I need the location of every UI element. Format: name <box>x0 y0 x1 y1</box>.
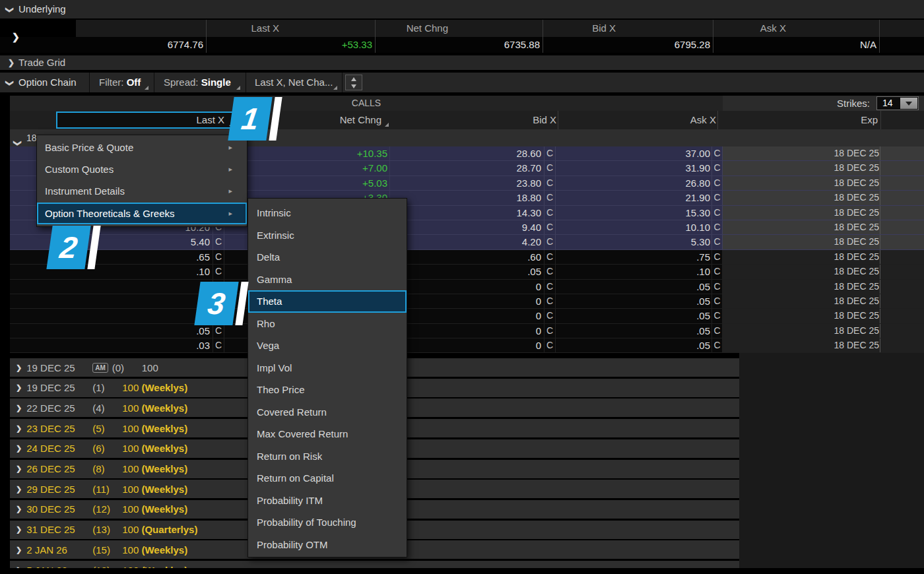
chevron-down-icon[interactable]: ❯ <box>9 140 26 146</box>
ask-exchange-cell[interactable]: C <box>711 220 723 234</box>
exp-cell[interactable]: 18 DEC 25 <box>723 324 924 338</box>
option-chain-row[interactable]: .65C.60C.75C18 DEC 25 <box>10 250 924 265</box>
ask-exchange-cell[interactable]: C <box>711 338 723 352</box>
exp-cell[interactable]: 18 DEC 25 <box>723 161 924 175</box>
last-exchange-cell[interactable]: C <box>213 250 224 264</box>
row-leader-cell[interactable] <box>10 309 36 323</box>
submenu-item-extrinsic[interactable]: Extrinsic <box>248 224 407 247</box>
ask-x-cell[interactable]: 21.90 <box>556 191 711 205</box>
chevron-down-icon[interactable]: ❯ <box>5 80 15 86</box>
ask-x-cell[interactable]: .05 <box>556 294 711 308</box>
strikes-dropdown[interactable]: 14 <box>876 96 919 110</box>
bid-x-cell[interactable]: 23.80 <box>389 176 544 190</box>
row-leader-cell[interactable] <box>10 338 36 352</box>
row-leader-cell[interactable] <box>10 146 36 160</box>
row-leader-cell[interactable] <box>10 235 36 249</box>
last-exchange-cell[interactable]: C <box>213 265 224 278</box>
chevron-right-icon[interactable]: ❯ <box>16 444 22 453</box>
chevron-right-icon[interactable]: ❯ <box>16 525 22 534</box>
row-leader-cell[interactable] <box>10 324 36 338</box>
column-header-last-x[interactable]: Last X <box>56 112 236 129</box>
submenu-item-delta[interactable]: Delta <box>248 246 407 269</box>
net-chng-cell[interactable]: +10.35 <box>224 146 389 160</box>
row-leader-cell[interactable] <box>10 250 36 264</box>
chevron-right-icon[interactable]: ❯ <box>16 404 22 412</box>
ask-exchange-cell[interactable]: C <box>711 206 723 220</box>
ask-x-cell[interactable]: 15.30 <box>556 206 711 220</box>
bid-x-cell[interactable]: 9.40 <box>389 220 544 234</box>
submenu-item-rho[interactable]: Rho <box>248 313 407 335</box>
exp-cell[interactable]: 18 DEC 25 <box>723 294 924 308</box>
column-header-ask-x[interactable]: Ask X <box>690 111 716 129</box>
exp-cell[interactable]: 18 DEC 25 <box>723 250 924 264</box>
bid-x-cell[interactable]: .05 <box>389 265 544 278</box>
exp-cell[interactable]: 18 DEC 25 <box>723 220 924 234</box>
last-x-cell[interactable] <box>36 309 213 323</box>
ask-exchange-cell[interactable]: C <box>711 324 723 338</box>
ask-exchange-cell[interactable]: C <box>711 250 723 264</box>
net-chng-cell[interactable]: +7.00 <box>224 161 389 175</box>
strikes-dropdown-button[interactable] <box>900 98 917 109</box>
row-leader-cell[interactable] <box>10 265 36 278</box>
ask-x-cell[interactable]: 5.30 <box>556 235 711 249</box>
submenu-item-intrinsic[interactable]: Intrinsic <box>248 202 407 224</box>
submenu-item-probability-itm[interactable]: Probability ITM <box>248 490 407 512</box>
exp-cell[interactable]: 18 DEC 25 <box>723 191 924 205</box>
last-exchange-cell[interactable]: C <box>213 338 224 352</box>
bid-x-cell[interactable]: 14.30 <box>389 206 544 220</box>
submenu-item-return-on-capital[interactable]: Return on Capital <box>248 467 407 490</box>
row-leader-cell[interactable] <box>10 220 36 234</box>
bid-x-cell[interactable]: 0 <box>389 309 544 323</box>
bid-x-cell[interactable]: 28.70 <box>389 161 544 175</box>
ask-x-cell[interactable]: .05 <box>556 338 711 352</box>
chevron-right-icon[interactable]: ❯ <box>16 485 22 494</box>
ask-x-cell[interactable]: 26.80 <box>556 176 711 190</box>
exp-cell[interactable]: 18 DEC 25 <box>723 206 924 220</box>
menu-item-basic-price-quote[interactable]: Basic Price & Quote▸ <box>37 137 247 158</box>
column-header-exp[interactable]: Exp <box>861 111 878 129</box>
chevron-right-icon[interactable]: ❯ <box>16 546 22 554</box>
ask-exchange-cell[interactable]: C <box>711 176 723 190</box>
bid-x-cell[interactable]: 28.60 <box>389 146 544 160</box>
option-chain-row[interactable]: .03C0C.05C18 DEC 25 <box>10 338 924 353</box>
ask-x-cell[interactable]: .05 <box>556 280 711 294</box>
ask-x-cell[interactable]: 10.10 <box>556 220 711 234</box>
menu-item-option-theoreticals-greeks[interactable]: Option Theoreticals & Greeks▸ <box>37 203 247 224</box>
columns-layout-dropdown[interactable]: Last X, Net Cha... <box>255 73 333 92</box>
ask-x-cell[interactable]: .05 <box>556 309 711 323</box>
bid-exchange-cell[interactable]: C <box>544 338 556 352</box>
underlying-expander-icon[interactable]: ❯ <box>12 32 20 42</box>
bid-exchange-cell[interactable]: C <box>544 220 556 234</box>
ask-x-cell[interactable]: 37.00 <box>556 146 711 160</box>
submenu-item-vega[interactable]: Vega <box>248 335 407 357</box>
column-header-net-chng[interactable]: Net Chng <box>340 111 381 129</box>
last-x-cell[interactable] <box>36 294 213 308</box>
bid-x-cell[interactable]: 0 <box>389 294 544 308</box>
column-header-bid-x[interactable]: Bid X <box>533 111 556 129</box>
ask-exchange-cell[interactable]: C <box>711 294 723 308</box>
ask-x-cell[interactable]: 31.90 <box>556 161 711 175</box>
ask-exchange-cell[interactable]: C <box>711 280 723 294</box>
spinner-up-button[interactable] <box>346 75 362 82</box>
last-exchange-cell[interactable]: C <box>213 235 224 249</box>
bid-x-cell[interactable]: 18.80 <box>389 191 544 205</box>
chevron-right-icon[interactable]: ❯ <box>16 383 22 392</box>
option-chain-row[interactable]: .05C0C.05C18 DEC 25 <box>10 324 924 338</box>
submenu-item-theo-price[interactable]: Theo Price <box>248 379 407 401</box>
bid-exchange-cell[interactable]: C <box>544 280 556 294</box>
bid-x-cell[interactable]: .60 <box>389 250 544 264</box>
submenu-item-probability-otm[interactable]: Probability OTM <box>248 534 407 556</box>
ask-exchange-cell[interactable]: C <box>711 309 723 323</box>
underlying-section-header[interactable]: ❯ Underlying <box>0 0 924 18</box>
bid-x-cell[interactable]: 0 <box>389 280 544 294</box>
bid-exchange-cell[interactable]: C <box>544 161 556 175</box>
option-chain-row[interactable]: 5.40C4.20C5.30C18 DEC 25 <box>10 235 924 249</box>
last-x-cell[interactable]: .03 <box>36 338 213 352</box>
menu-item-instrument-details[interactable]: Instrument Details▸ <box>37 180 247 202</box>
last-x-cell[interactable] <box>36 280 213 294</box>
submenu-item-max-covered-return[interactable]: Max Covered Return <box>248 423 407 445</box>
last-x-cell[interactable]: .05 <box>36 324 213 338</box>
spinner-down-button[interactable] <box>346 82 362 90</box>
bid-exchange-cell[interactable]: C <box>544 146 556 160</box>
chevron-down-icon[interactable]: ❯ <box>5 7 15 13</box>
